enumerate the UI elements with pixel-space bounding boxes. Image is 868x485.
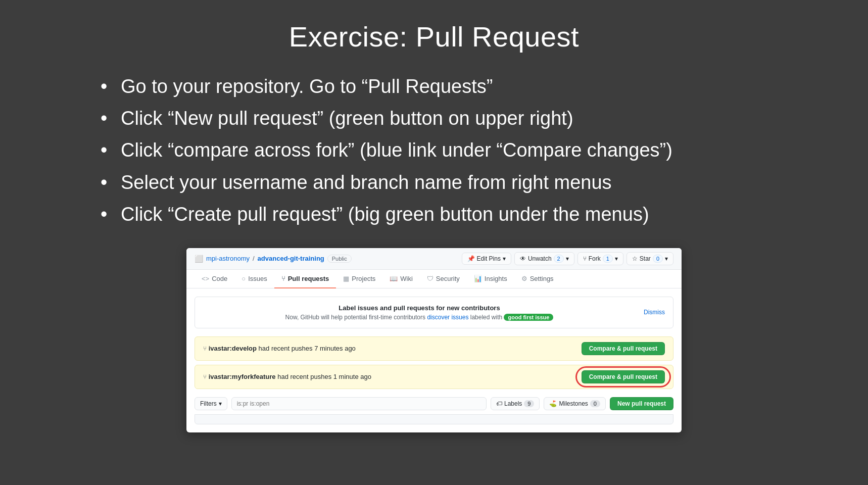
nav-code[interactable]: <> Code [195,270,234,288]
contributor-banner: Label issues and pull requests for new c… [195,297,673,328]
milestones-button[interactable]: ⛳ Milestones 0 [544,397,605,410]
nav-settings[interactable]: ⚙ Settings [514,270,561,288]
projects-icon: ▦ [343,275,349,282]
push-row-develop: ⑂ ivastar:develop had recent pushes 7 mi… [195,336,673,361]
github-topbar: ⬜ mpi-astronomy / advanced-git-training … [186,248,682,270]
bullet-3: Click “compare across fork” (blue link u… [101,137,767,164]
repo-name[interactable]: advanced-git-training [258,255,324,262]
pr-search-input[interactable] [231,397,487,410]
banner-desc: Now, GitHub will help potential first-ti… [203,314,636,321]
new-pull-request-button[interactable]: New pull request [610,397,673,410]
code-icon: <> [202,275,209,282]
bottom-row-placeholder [195,414,673,424]
filter-bar: Filters ▾ 🏷 Labels 9 ⛳ Milestones 0 New … [195,393,673,410]
chevron-down-icon: ▾ [503,255,506,262]
github-screenshot: ⬜ mpi-astronomy / advanced-git-training … [186,248,682,432]
settings-icon: ⚙ [521,275,527,282]
bullet-1: Go to your repository. Go to “Pull Reque… [101,73,767,100]
fork-count: 1 [603,255,613,263]
star-count: 0 [653,255,663,263]
push-row-myforkfeature: ⑂ ivastar:myforkfeature had recent pushe… [195,365,673,389]
bullet-2: Click “New pull request” (green button o… [101,105,767,132]
nav-security[interactable]: 🛡 Security [420,270,467,288]
filters-dropdown[interactable]: Filters ▾ [195,397,227,410]
milestone-icon: ⛳ [549,400,557,407]
eye-icon: 👁 [520,255,526,262]
security-icon: 🛡 [427,275,433,282]
fork-icon-small-1: ⑂ [203,345,207,352]
chevron-down-icon-3: ▾ [615,255,618,262]
nav-insights[interactable]: 📊 Insights [467,270,514,288]
bullet-list: Go to your repository. Go to “Pull Reque… [80,73,788,233]
bullet-4: Select your username and branch name fro… [101,169,767,196]
dismiss-button[interactable]: Dismiss [644,309,665,316]
push-row-1-text: ⑂ ivastar:develop had recent pushes 7 mi… [203,345,356,352]
repo-sep: / [253,255,255,262]
topbar-actions: 📌 Edit Pins ▾ 👁 Unwatch 2 ▾ ⑂ Fork 1 ▾ ☆… [462,252,673,265]
pull-request-icon: ⑂ [281,275,285,282]
chevron-down-icon-filter: ▾ [219,400,222,407]
edit-pins-button[interactable]: 📌 Edit Pins ▾ [462,253,511,265]
banner-title: Label issues and pull requests for new c… [203,304,636,312]
wiki-icon: 📖 [390,275,398,282]
issues-icon: ○ [242,275,246,282]
nav-wiki[interactable]: 📖 Wiki [382,270,420,288]
unwatch-button[interactable]: 👁 Unwatch 2 ▾ [514,252,574,265]
github-nav: <> Code ○ Issues ⑂ Pull requests ▦ Proje… [186,270,682,288]
slide-title: Exercise: Pull Request [289,20,579,53]
compare-pull-btn-1[interactable]: Compare & pull request [582,342,665,355]
compare-pull-btn-2[interactable]: Compare & pull request [582,370,665,383]
label-icon: 🏷 [496,400,502,407]
github-content: Label issues and pull requests for new c… [186,288,682,432]
discover-issues-link[interactable]: discover issues [427,314,468,321]
nav-projects[interactable]: ▦ Projects [336,270,382,288]
pin-icon: 📌 [467,255,475,262]
repo-path: ⬜ mpi-astronomy / advanced-git-training … [195,255,352,263]
labels-button[interactable]: 🏷 Labels 9 [491,397,540,410]
fork-button[interactable]: ⑂ Fork 1 ▾ [577,252,623,265]
branch-name-2: ivastar:myforkfeature [209,373,276,380]
chevron-down-icon-4: ▾ [665,255,668,262]
insights-icon: 📊 [474,275,482,282]
labels-count: 9 [524,400,534,407]
compare-pull-btn-2-container: Compare & pull request [582,370,665,383]
repo-owner[interactable]: mpi-astronomy [206,255,250,262]
chevron-down-icon-2: ▾ [566,255,569,262]
banner-content: Label issues and pull requests for new c… [203,304,636,321]
branch-name-1: ivastar:develop [209,345,257,352]
nav-issues[interactable]: ○ Issues [234,270,274,288]
repo-icon: ⬜ [195,255,203,263]
nav-pull-requests[interactable]: ⑂ Pull requests [274,270,336,288]
public-badge: Public [327,255,352,263]
push-row-2-text: ⑂ ivastar:myforkfeature had recent pushe… [203,373,371,380]
bullet-5: Click “Create pull request” (big green b… [101,201,767,228]
star-button[interactable]: ☆ Star 0 ▾ [626,252,673,265]
fork-icon-small-2: ⑂ [203,373,207,380]
fork-icon: ⑂ [583,255,587,262]
milestones-count: 0 [590,400,600,407]
good-first-issue-badge: good first issue [504,314,553,321]
star-icon: ☆ [632,255,638,262]
unwatch-count: 2 [554,255,564,263]
